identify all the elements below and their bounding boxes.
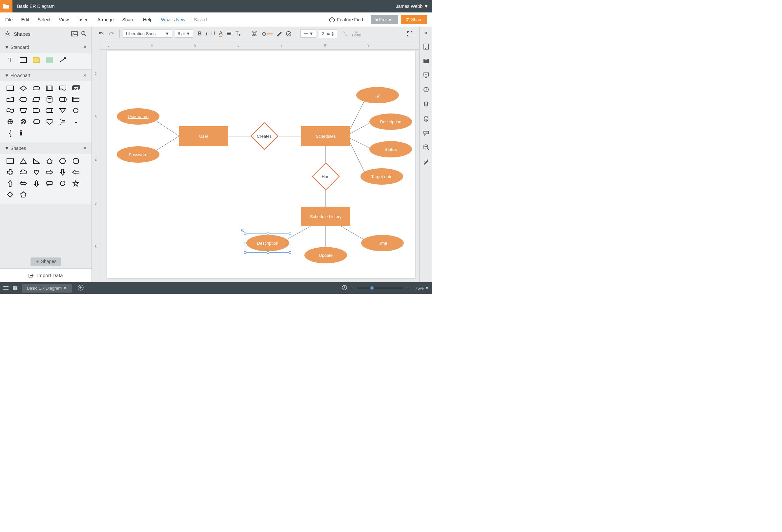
- shape-process[interactable]: [5, 84, 15, 92]
- entity-schedules[interactable]: Schedules: [301, 126, 350, 146]
- feature-find-button[interactable]: Feature Find: [329, 17, 363, 22]
- shape-callout-round[interactable]: [45, 179, 55, 187]
- shape-display[interactable]: [32, 118, 41, 126]
- fill-button[interactable]: [259, 30, 275, 38]
- rel-has[interactable]: Has: [312, 163, 340, 190]
- document-title[interactable]: Basic ER Diagram: [17, 4, 396, 9]
- share-button[interactable]: Share: [401, 15, 427, 24]
- attr-description-hist[interactable]: Description: [246, 235, 289, 251]
- shape-style-button[interactable]: [284, 30, 293, 38]
- close-icon[interactable]: ✕: [83, 146, 87, 151]
- shape-arrow-up[interactable]: [5, 179, 15, 187]
- gear-icon[interactable]: [5, 31, 10, 37]
- add-page-button[interactable]: [78, 285, 84, 292]
- menu-whats-new[interactable]: What's New: [161, 17, 185, 22]
- shape-arrow-down[interactable]: [58, 168, 68, 176]
- menu-select[interactable]: Select: [38, 17, 50, 22]
- menu-view[interactable]: View: [59, 17, 69, 22]
- shape-note[interactable]: [32, 56, 41, 64]
- font-size-select[interactable]: 8 pt ▼: [175, 30, 193, 38]
- shape-summing[interactable]: [19, 118, 28, 126]
- attr-target-date[interactable]: Target date: [360, 168, 403, 185]
- shape-arrow-lr[interactable]: [19, 179, 28, 187]
- shape-pentagon[interactable]: [45, 157, 55, 165]
- close-icon[interactable]: ✕: [83, 45, 87, 50]
- page-tab[interactable]: Basic ER Diagram ▼: [22, 284, 72, 292]
- line-style-select[interactable]: ▼: [300, 30, 316, 38]
- shape-storeddata[interactable]: [45, 107, 55, 114]
- shape-manualinput[interactable]: [5, 96, 15, 103]
- dock-magic-icon[interactable]: [423, 159, 429, 166]
- shape-brace-r[interactable]: }≡: [58, 118, 68, 126]
- zoom-slider[interactable]: [357, 287, 403, 289]
- add-shapes-button[interactable]: ＋ Shapes: [31, 257, 61, 266]
- search-icon[interactable]: [81, 31, 87, 37]
- sync-icon[interactable]: [342, 285, 347, 292]
- border-color-button[interactable]: [275, 30, 284, 38]
- user-menu[interactable]: James Webb ▼: [396, 4, 428, 9]
- canvas[interactable]: User name Password User Creates Schedule…: [100, 49, 419, 282]
- menu-help[interactable]: Help: [143, 17, 152, 22]
- more-button[interactable]: •••MORE: [350, 29, 363, 38]
- shape-brace-l[interactable]: {: [5, 129, 15, 137]
- dock-layers-icon[interactable]: [423, 101, 429, 108]
- redo-button[interactable]: [106, 30, 116, 37]
- attr-status[interactable]: Status: [369, 141, 412, 157]
- shape-cross[interactable]: [5, 168, 15, 176]
- text-options-button[interactable]: T▾: [234, 29, 243, 38]
- shape-line[interactable]: [58, 56, 68, 64]
- shape-offpage[interactable]: [45, 118, 55, 126]
- page[interactable]: User name Password User Creates Schedule…: [107, 51, 415, 278]
- zoom-out-button[interactable]: −: [351, 285, 354, 292]
- dock-page-icon[interactable]: [423, 43, 429, 51]
- shape-internalstorage[interactable]: [71, 96, 81, 103]
- shape-database[interactable]: [45, 96, 55, 103]
- dock-present-icon[interactable]: [423, 72, 429, 79]
- shape-swimlane[interactable]: [19, 129, 28, 137]
- align-button[interactable]: [224, 30, 234, 37]
- fullscreen-button[interactable]: [405, 30, 415, 38]
- collapse-dock-button[interactable]: «: [424, 29, 427, 36]
- app-logo[interactable]: [0, 0, 12, 12]
- shape-note2[interactable]: ≡: [71, 118, 81, 126]
- shape-star[interactable]: [71, 179, 81, 187]
- shape-predefined[interactable]: [45, 84, 55, 92]
- shape-decision[interactable]: [19, 84, 28, 92]
- entity-schedule-history[interactable]: Schedule history: [301, 207, 350, 226]
- shape-polygon[interactable]: [19, 190, 28, 199]
- underline-button[interactable]: U: [209, 30, 217, 38]
- shape-delay[interactable]: [32, 107, 41, 114]
- dock-comment-icon[interactable]: [423, 131, 429, 137]
- zoom-in-button[interactable]: ＋: [406, 285, 412, 292]
- shape-triangle-iso[interactable]: [19, 157, 28, 165]
- line-width-select[interactable]: 2 px ▲▼: [319, 30, 337, 38]
- attr-id[interactable]: ID: [356, 87, 399, 103]
- dock-paint-icon[interactable]: [424, 115, 429, 123]
- shape-document[interactable]: [58, 84, 68, 92]
- shape-heart[interactable]: [32, 168, 41, 176]
- shape-directdata[interactable]: [58, 96, 68, 103]
- list-view-icon[interactable]: [3, 286, 9, 290]
- menu-insert[interactable]: Insert: [77, 17, 89, 22]
- shape-or[interactable]: [5, 118, 15, 126]
- shape-block[interactable]: [19, 56, 28, 64]
- shape-manualop[interactable]: [19, 107, 28, 114]
- shape-fit-button[interactable]: [250, 30, 259, 38]
- undo-button[interactable]: [97, 30, 106, 37]
- zoom-level[interactable]: 75% ▼: [415, 286, 429, 291]
- shape-diamond[interactable]: [5, 190, 15, 199]
- shape-terminator[interactable]: [32, 84, 41, 92]
- import-data-button[interactable]: Import Data: [0, 268, 92, 282]
- rotate-handle[interactable]: ↻: [241, 228, 245, 233]
- shape-circle[interactable]: [58, 179, 68, 187]
- shape-connector[interactable]: [71, 107, 81, 114]
- italic-button[interactable]: I: [204, 30, 209, 38]
- shape-cloud[interactable]: [19, 168, 28, 176]
- shape-preparation[interactable]: [19, 96, 28, 103]
- shape-arrow-left-block[interactable]: [71, 168, 81, 176]
- present-button[interactable]: ▶ Present: [371, 15, 398, 24]
- attr-password[interactable]: Password: [117, 146, 159, 163]
- font-family-select[interactable]: Liberation Sans▼: [123, 30, 172, 38]
- shape-hexagon[interactable]: [58, 157, 68, 165]
- shape-octagon[interactable]: [71, 157, 81, 165]
